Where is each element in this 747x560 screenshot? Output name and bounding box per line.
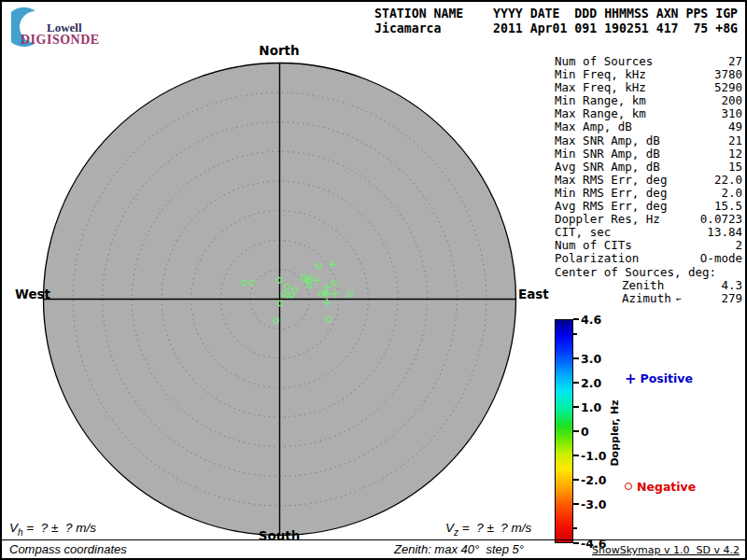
stats-value: 2.0 (721, 187, 742, 200)
doppler-colorbar-ticks: 4.63.02.01.00-1.0-2.0-3.0-4.6 (573, 319, 629, 543)
colorbar-tick (573, 430, 579, 432)
colorbar-tick (573, 406, 579, 408)
colorbar-tick (573, 333, 577, 335)
stats-value: 0.0723 (700, 213, 742, 226)
stats-label: Max Range, km (555, 107, 646, 120)
stats-row: Max Amp, dB49 (555, 120, 742, 133)
stats-row: Avg SNR Amp, dB15 (555, 161, 742, 174)
stats-row: Zenith4.3 (555, 279, 742, 292)
vz-symbol: V (445, 521, 454, 535)
footer-divider (2, 539, 747, 540)
stats-label: Max Amp, dB (555, 120, 632, 133)
colorbar-tick (573, 479, 579, 481)
stats-label: CIT, sec (555, 226, 611, 239)
stats-row: Min Range, km200 (555, 94, 742, 107)
stats-row: PolarizationO-mode (555, 252, 742, 265)
stats-label: Azimuth← (622, 292, 682, 305)
colorbar-tick (573, 382, 579, 384)
compass-label-north: North (259, 43, 299, 58)
legend-negative: Negative (625, 480, 696, 494)
skymap-window: Lowell DIGISONDE STATION NAME YYYY DATE … (0, 0, 747, 560)
colorbar-tick-label: -1.0 (581, 449, 606, 463)
horizontal-velocity-readout: Vh = ? ± ? m/s (9, 521, 96, 538)
stats-label: Doppler Res, Hz (555, 213, 660, 226)
stats-value: 200 (721, 94, 742, 107)
doppler-axis-label: Doppler, Hz (609, 399, 621, 466)
stats-value: 49 (728, 120, 742, 133)
vertical-velocity-readout: Vz = ? ± ? m/s (445, 521, 531, 538)
stats-value: 3780 (714, 68, 742, 81)
stats-value: 5290 (714, 81, 742, 94)
colorbar-tick-label: -2.0 (581, 473, 606, 487)
doppler-colorbar (555, 319, 573, 543)
coordinate-system-note: Compass coordinates (9, 542, 127, 556)
colorbar-tick-label: 2.0 (581, 375, 601, 389)
stats-value: 310 (721, 107, 742, 120)
stats-label: Num of Sources (555, 55, 653, 68)
stats-value: 279 (721, 292, 742, 305)
stats-row: Num of CITs2 (555, 239, 742, 252)
colorbar-tick (573, 357, 579, 359)
legend-positive: +Positive (625, 371, 693, 387)
stats-value: 12 (728, 147, 742, 161)
colorbar-tick (573, 503, 579, 505)
vh-value: = ? ± ? m/s (23, 521, 96, 535)
stats-label: Min RMS Err, deg (555, 187, 667, 200)
stats-row: CIT, sec13.84 (555, 226, 742, 239)
vh-symbol: V (9, 521, 18, 535)
stats-label: Center of Sources, deg: (555, 266, 716, 279)
compass-label-east: East (518, 287, 549, 301)
stats-label: Max Freq, kHz (555, 81, 646, 94)
stats-row: Max SNR Amp, dB21 (555, 134, 742, 147)
stats-value: 15 (728, 161, 742, 174)
stats-label: Min Freq, kHz (555, 68, 646, 81)
colorbar-tick-label: 4.6 (581, 313, 601, 327)
colorbar-tick (573, 527, 577, 529)
stats-value: 4.3 (721, 279, 742, 292)
stats-label: Num of CITs (555, 239, 632, 252)
stats-row: Max Freq, kHz5290 (555, 81, 742, 94)
negative-marker-icon (625, 483, 632, 490)
stats-label: Max RMS Err, deg (555, 174, 667, 187)
colorbar-tick-label: -3.0 (581, 497, 606, 511)
colorbar-tick (573, 542, 579, 544)
stats-row: Max Range, km310 (555, 107, 742, 120)
azimuth-direction-arrow-icon: ← (674, 293, 682, 304)
legend-negative-label: Negative (637, 480, 696, 494)
zenith-range-note: Zenith: max 40° step 5° (394, 542, 524, 556)
statistics-panel: Num of Sources27Min Freq, kHz3780Max Fre… (555, 55, 742, 305)
stats-label: Avg SNR Amp, dB (555, 161, 660, 174)
compass-label-west: West (15, 287, 50, 301)
stats-value: 13.84 (707, 226, 742, 239)
stats-value: 15.5 (714, 200, 742, 213)
stats-row: Min SNR Amp, dB12 (555, 147, 742, 161)
vz-value: = ? ± ? m/s (458, 521, 531, 535)
stats-row: Min Freq, kHz3780 (555, 68, 742, 81)
stats-row: Center of Sources, deg: (555, 266, 742, 279)
stats-value: 27 (728, 55, 742, 68)
stats-label: Min Range, km (555, 94, 646, 107)
colorbar-tick-label: 3.0 (581, 351, 601, 365)
legend-positive-label: Positive (641, 371, 693, 385)
stats-value: 21 (728, 134, 742, 147)
stats-row: Azimuth←279 (555, 292, 742, 305)
stats-label: Avg RMS Err, deg (555, 200, 667, 213)
colorbar-tick (573, 318, 579, 320)
stats-row: Doppler Res, Hz0.0723 (555, 213, 742, 226)
colorbar-tick-label: 1.0 (581, 399, 601, 413)
compass-label-south: South (259, 528, 301, 543)
positive-marker-icon: + (625, 371, 637, 387)
stats-label: Max SNR Amp, dB (555, 134, 660, 147)
stats-label: Polarization (555, 252, 639, 265)
stats-label: Zenith (622, 279, 664, 292)
stats-row: Avg RMS Err, deg15.5 (555, 200, 742, 213)
colorbar-tick (573, 455, 579, 456)
software-version: ShowSkymap v 1.0 SD v 4.2 (592, 544, 740, 556)
stats-label: Min SNR Amp, dB (555, 147, 660, 161)
stats-value: 22.0 (714, 174, 742, 187)
stats-value: 2 (735, 239, 742, 252)
stats-row: Max RMS Err, deg22.0 (555, 174, 742, 187)
stats-row: Min RMS Err, deg2.0 (555, 187, 742, 200)
stats-row: Num of Sources27 (555, 55, 742, 68)
stats-value: O-mode (700, 252, 742, 265)
